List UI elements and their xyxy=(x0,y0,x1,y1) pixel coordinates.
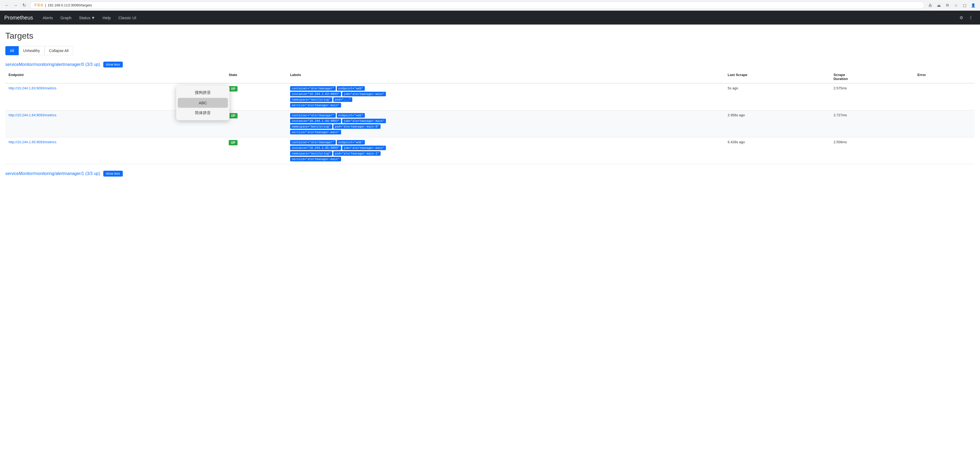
table-row: http://10.244.1.65:9093/metricsUPcontain… xyxy=(5,137,975,164)
page-title: Targets xyxy=(5,31,975,41)
label-tag: service="alertmanager-main" xyxy=(290,157,341,161)
filter-collapse-all-button[interactable]: Collapse All xyxy=(45,46,73,55)
address-separator: | xyxy=(45,3,46,7)
state-badge: UP xyxy=(229,113,237,119)
cell-labels: container="alertmanager"endpoint="web"in… xyxy=(287,110,725,137)
col-scrape-duration: ScrapeDuration xyxy=(830,71,914,83)
label-tag: namespace="monitoring" xyxy=(290,124,332,129)
label-tag: endpoint="web" xyxy=(337,113,365,117)
profile-button[interactable]: 👤 xyxy=(969,2,977,9)
labels-container: container="alertmanager"endpoint="web"in… xyxy=(290,86,391,108)
cell-endpoint: http://10.244.1.65:9093/metrics xyxy=(5,137,226,164)
navbar-right: ⚙ ☾ xyxy=(957,13,976,22)
section-alertmanager-0-title[interactable]: serviceMonitor/monitoring/alertmanager/0… xyxy=(5,62,100,67)
section-alertmanager-0-header: serviceMonitor/monitoring/alertmanager/0… xyxy=(5,62,975,68)
col-labels: Labels xyxy=(287,71,725,83)
filter-bar: All Unhealthy Collapse All xyxy=(5,46,975,55)
ime-option-abc[interactable]: ABC xyxy=(178,98,228,108)
translate-button[interactable]: あ xyxy=(927,2,934,9)
security-warning: 不安全 xyxy=(34,3,43,8)
ime-popup: 搜狗拼音 ABC 简体拼音 xyxy=(176,86,229,120)
address-text: 192.168.0.113:30080/targets xyxy=(48,3,92,7)
label-tag: container="alertmanager" xyxy=(290,140,336,144)
nav-status[interactable]: Status ▼ xyxy=(76,13,98,22)
browser-chrome: ← → ↻ 不安全 | 192.168.0.113:30080/targets … xyxy=(0,0,980,11)
label-tag: pod="alertmanager-main-0" xyxy=(333,124,381,129)
col-state: State xyxy=(226,71,287,83)
table-row: http://10.244.1.64:9093/metricsUPcontain… xyxy=(5,110,975,137)
section-alertmanager-1-title[interactable]: serviceMonitor/monitoring/alertmanager/1… xyxy=(5,171,100,176)
label-tag: instance="10.244.1.64:9093" xyxy=(290,119,341,123)
navbar-links: Alerts Graph Status ▼ Help Classic UI xyxy=(40,13,140,22)
status-dropdown-arrow: ▼ xyxy=(91,16,95,20)
navbar-brand[interactable]: Prometheus xyxy=(4,15,33,21)
cell-labels: container="alertmanager"endpoint="web"in… xyxy=(287,83,725,110)
forward-button[interactable]: → xyxy=(12,2,19,9)
theme-toggle-button[interactable]: ☾ xyxy=(967,13,976,22)
label-tag: namespace="monitoring" xyxy=(290,97,332,102)
cell-state: UP xyxy=(226,83,287,110)
label-tag: endpoint="web" xyxy=(337,86,365,91)
cell-state: UP xyxy=(226,137,287,164)
sidebar-button[interactable]: ⧉ xyxy=(944,2,951,9)
cell-last-scrape: 5s ago xyxy=(725,83,830,110)
label-tag: service="alertmanager-main" xyxy=(290,103,341,108)
label-tag: job="alertmanager-main" xyxy=(342,119,386,123)
cell-scrape-duration: 2.727ms xyxy=(830,110,914,137)
label-tag: namespace="monitoring" xyxy=(290,151,332,156)
reload-button[interactable]: ↻ xyxy=(20,2,28,9)
section-alertmanager-0-show-less[interactable]: show less xyxy=(103,62,123,68)
nav-help[interactable]: Help xyxy=(99,13,114,22)
state-badge: UP xyxy=(229,86,237,92)
table-header-row: Endpoint State Labels Last Scrape Scrape… xyxy=(5,71,975,83)
state-badge: UP xyxy=(229,140,237,145)
filter-all-button[interactable]: All xyxy=(5,46,19,55)
favorites-button[interactable]: ☆ xyxy=(952,2,960,9)
browser-action-buttons: あ ⛰ ⧉ ☆ ▢ 👤 xyxy=(927,2,977,9)
label-tag: container="alertmanager" xyxy=(290,113,336,117)
labels-container: container="alertmanager"endpoint="web"in… xyxy=(290,113,391,135)
collections-button[interactable]: ▢ xyxy=(961,2,968,9)
main-content: Targets All Unhealthy Collapse All servi… xyxy=(0,25,980,186)
extensions-button[interactable]: ⛰ xyxy=(935,2,943,9)
label-tag: instance="10.244.1.65:9093" xyxy=(290,146,341,150)
labels-container: container="alertmanager"endpoint="web"in… xyxy=(290,140,391,161)
nav-classic-ui[interactable]: Classic UI xyxy=(115,13,140,22)
cell-error xyxy=(914,83,975,110)
table-row: http://10.244.1.63:9093/metricsUPcontain… xyxy=(5,83,975,110)
cell-error xyxy=(914,137,975,164)
endpoint-link[interactable]: http://10.244.1.64:9093/metrics xyxy=(8,113,56,117)
ime-option-pinyin[interactable]: 简体拼音 xyxy=(176,108,229,118)
nav-graph[interactable]: Graph xyxy=(57,13,75,22)
cell-scrape-duration: 2.556ms xyxy=(830,137,914,164)
label-tag: endpoint="web" xyxy=(337,140,365,144)
label-tag: container="alertmanager" xyxy=(290,86,336,91)
label-tag: service="alertmanager-main" xyxy=(290,130,341,135)
section-alertmanager-1-show-less[interactable]: show less xyxy=(103,171,123,176)
cell-labels: container="alertmanager"endpoint="web"in… xyxy=(287,137,725,164)
settings-button[interactable]: ⚙ xyxy=(957,13,966,22)
col-error: Error xyxy=(914,71,975,83)
nav-alerts[interactable]: Alerts xyxy=(40,13,56,22)
cell-last-scrape: 2.956s ago xyxy=(725,110,830,137)
address-bar[interactable]: 不安全 | 192.168.0.113:30080/targets xyxy=(30,2,924,9)
ime-option-sougou[interactable]: 搜狗拼音 xyxy=(176,87,229,98)
col-endpoint: Endpoint xyxy=(5,71,226,83)
section-alertmanager-1-header: serviceMonitor/monitoring/alertmanager/1… xyxy=(5,171,975,176)
cell-state: UP xyxy=(226,110,287,137)
label-tag: instance="10.244.1.63:9093" xyxy=(290,92,341,96)
cell-error xyxy=(914,110,975,137)
endpoint-link[interactable]: http://10.244.1.63:9093/metrics xyxy=(8,86,56,90)
label-tag: pod="alertmanager-main-1" xyxy=(333,151,381,156)
label-tag: job="alertmanager-main" xyxy=(342,146,386,150)
label-tag: job="alertmanager-main" xyxy=(342,92,386,96)
cell-last-scrape: 6.428s ago xyxy=(725,137,830,164)
filter-unhealthy-button[interactable]: Unhealthy xyxy=(19,46,45,55)
targets-table-0: Endpoint State Labels Last Scrape Scrape… xyxy=(5,71,975,164)
label-tag: pod="..." xyxy=(333,97,353,102)
back-button[interactable]: ← xyxy=(3,2,11,9)
cell-scrape-duration: 2.575ms xyxy=(830,83,914,110)
navbar: Prometheus Alerts Graph Status ▼ Help Cl… xyxy=(0,11,980,25)
endpoint-link[interactable]: http://10.244.1.65:9093/metrics xyxy=(8,140,56,144)
browser-navigation: ← → ↻ xyxy=(3,2,28,9)
